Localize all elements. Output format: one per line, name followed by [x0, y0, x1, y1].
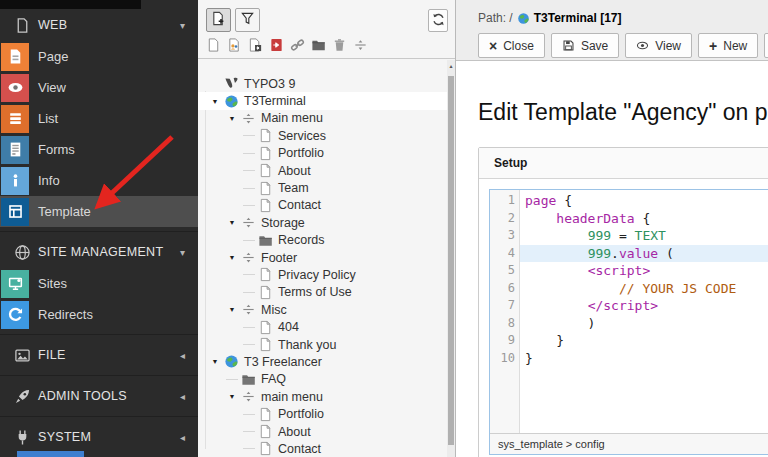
tree-node-privacy-policy[interactable]: Privacy Policy	[198, 266, 447, 283]
tree-node-t3terminal[interactable]: ▼T3Terminal	[198, 92, 447, 109]
drag-blank-page-icon[interactable]	[206, 37, 221, 53]
module-sidebar: WEB▾PageViewListFormsInfoTemplateSITE MA…	[0, 0, 198, 457]
expand-arrow-icon: ▼	[208, 358, 222, 365]
tree-node-contact[interactable]: Contact	[198, 197, 447, 214]
page-doc-icon	[258, 424, 273, 439]
page-tree: TYPO3 9▼T3Terminal▼Main menuServicesPort…	[198, 60, 447, 457]
expand-arrow-icon: ▼	[225, 393, 239, 400]
tree-connector	[242, 205, 256, 206]
save-button[interactable]: Save	[551, 33, 619, 58]
drag-sysfolder-icon[interactable]	[311, 37, 326, 53]
sidebar-item-forms[interactable]: Forms	[0, 134, 198, 165]
tree-connector	[242, 431, 256, 432]
scrollbar-thumb[interactable]	[448, 76, 454, 445]
module-label: Redirects	[38, 307, 93, 322]
new-page-toggle-button[interactable]	[206, 8, 231, 32]
drag-spacer-divider-icon[interactable]	[353, 37, 368, 53]
tree-toolbar	[198, 0, 455, 59]
typoscript-editor[interactable]: 12345678910 page { headerData { 999 = TE…	[489, 189, 768, 455]
drag-mountpoint-page-icon[interactable]	[269, 37, 284, 53]
setup-panel-title: Setup	[479, 148, 768, 179]
module-label: View	[38, 80, 66, 95]
expand-arrow-icon: ▼	[225, 219, 239, 226]
tree-node-records[interactable]: Records	[198, 232, 447, 249]
tree-node-t3-freelancer[interactable]: ▼T3 Freelancer	[198, 353, 447, 370]
tree-node-label: Contact	[278, 198, 321, 212]
sidebar-header-site-management[interactable]: SITE MANAGEMENT▾	[0, 236, 198, 268]
chevron-left-icon: ◂	[180, 350, 185, 361]
tree-node-terms-of-use[interactable]: Terms of Use	[198, 284, 447, 301]
tree-node-about[interactable]: About	[198, 423, 447, 440]
button-label: Save	[581, 39, 608, 53]
page-doc-icon	[258, 267, 273, 282]
filter-button[interactable]	[235, 8, 260, 32]
module-content: Path: / T3Terminal [17] ×CloseSaveView+N…	[456, 0, 768, 457]
site-globe-icon	[224, 354, 239, 369]
view-button[interactable]: View	[625, 33, 692, 58]
tree-node-typo3-9[interactable]: TYPO3 9	[198, 75, 447, 92]
delete-button[interactable]: Delete	[764, 33, 768, 58]
tree-node-faq[interactable]: FAQ	[198, 371, 447, 388]
list-module-icon	[1, 105, 29, 133]
tree-node-label: T3Terminal	[244, 94, 306, 108]
cut-off-module-icon	[17, 451, 84, 457]
sidebar-header-file[interactable]: FILE◂	[0, 339, 198, 371]
tree-node-about[interactable]: About	[198, 162, 447, 179]
redirects-module-icon	[1, 301, 29, 329]
scroll-up-icon[interactable]: ▴	[447, 62, 455, 69]
sidebar-item-info[interactable]: Info	[0, 165, 198, 196]
drag-link-chain-icon[interactable]	[290, 37, 305, 53]
sidebar-item-view[interactable]: View	[0, 72, 198, 103]
tree-connector	[242, 414, 256, 415]
tree-node-services[interactable]: Services	[198, 127, 447, 144]
sidebar-header-admin-tools[interactable]: ADMIN TOOLS◂	[0, 380, 198, 412]
web-document-icon	[14, 17, 31, 34]
spacer-divider-icon	[241, 215, 256, 230]
new-page-drag-area	[206, 37, 368, 53]
new-button[interactable]: +New	[698, 33, 758, 58]
tree-node-label: Portfolio	[278, 146, 324, 160]
tree-node-misc[interactable]: ▼Misc	[198, 301, 447, 318]
tree-node-footer[interactable]: ▼Footer	[198, 249, 447, 266]
drag-recycler-icon[interactable]	[332, 37, 347, 53]
sidebar-item-list[interactable]: List	[0, 103, 198, 134]
expand-arrow-icon: ▼	[225, 254, 239, 261]
tree-node-portfolio[interactable]: Portfolio	[198, 405, 447, 422]
page-doc-icon	[258, 285, 273, 300]
sidebar-section-site-management: SITE MANAGEMENT▾SitesRedirects	[0, 231, 198, 330]
tree-node-contact[interactable]: Contact	[198, 440, 447, 457]
toolbar-new-page-icon	[211, 11, 226, 29]
tree-node-404[interactable]: 404	[198, 318, 447, 335]
tree-node-label: main menu	[261, 390, 323, 404]
sidebar-sections: WEB▾PageViewListFormsInfoTemplateSITE MA…	[0, 9, 198, 453]
drag-user-section-page-icon[interactable]	[227, 37, 242, 53]
globe-icon	[517, 12, 530, 25]
tree-node-main-menu[interactable]: ▼main menu	[198, 388, 447, 405]
toolbar-filter-icon	[240, 11, 255, 29]
tree-node-storage[interactable]: ▼Storage	[198, 214, 447, 231]
sidebar-header-web[interactable]: WEB▾	[0, 9, 198, 41]
tree-node-label: Team	[278, 181, 309, 195]
tree-node-portfolio[interactable]: Portfolio	[198, 145, 447, 162]
chevron-left-icon: ◂	[180, 432, 185, 443]
tree-connector	[242, 153, 256, 154]
spacer-divider-icon	[241, 389, 256, 404]
tree-node-main-menu[interactable]: ▼Main menu	[198, 110, 447, 127]
tree-scrollbar[interactable]: ▴	[447, 60, 455, 457]
drag-shortcut-page-icon[interactable]	[248, 37, 263, 53]
tree-node-thank-you[interactable]: Thank you	[198, 336, 447, 353]
tree-node-label: FAQ	[261, 372, 286, 386]
module-label: List	[38, 111, 58, 126]
sidebar-item-template[interactable]: Template	[0, 196, 198, 227]
code-area[interactable]: page { headerData { 999 = TEXT 999.value…	[520, 190, 768, 433]
tree-node-team[interactable]: Team	[198, 179, 447, 196]
tree-node-label: Privacy Policy	[278, 268, 356, 282]
sidebar-item-page[interactable]: Page	[0, 41, 198, 72]
sidebar-item-redirects[interactable]: Redirects	[0, 299, 198, 330]
sidebar-section-admin-tools: ADMIN TOOLS◂	[0, 375, 198, 412]
sidebar-item-sites[interactable]: Sites	[0, 268, 198, 299]
refresh-tree-button[interactable]	[428, 9, 448, 32]
sidebar-header-system[interactable]: SYSTEM◂	[0, 421, 198, 453]
close-button[interactable]: ×Close	[478, 33, 545, 58]
button-label: View	[655, 39, 681, 53]
